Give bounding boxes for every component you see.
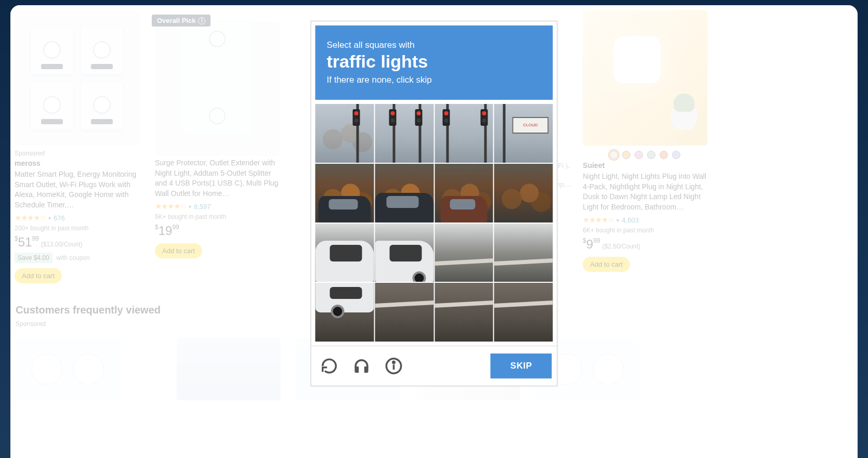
bought-label: 200+ bought in past month <box>15 225 144 232</box>
chevron-down-icon: ▾ <box>616 217 619 223</box>
captcha-tile-3-2[interactable] <box>435 283 493 342</box>
chevron-down-icon: ▾ <box>48 215 51 221</box>
captcha-tile-2-3[interactable] <box>494 224 553 282</box>
add-to-cart-button[interactable]: Add to cart <box>583 257 630 272</box>
captcha-tile-3-0[interactable] <box>315 283 374 342</box>
brand: Suieet <box>583 161 707 169</box>
product-card-4: Suieet Night Light, Night Lights Plug in… <box>583 10 707 283</box>
product-title[interactable]: Matter Smart Plug, Energy Monitoring Sma… <box>15 169 144 210</box>
captcha-tile-1-1[interactable] <box>375 164 433 223</box>
rating-count: 4,603 <box>622 216 639 224</box>
captcha-instruction: Select all squares with <box>327 40 542 50</box>
captcha-tile-3-1[interactable] <box>375 283 433 342</box>
rating[interactable]: ★★★★☆ ▾ 8,597 <box>155 202 280 211</box>
headphones-icon[interactable] <box>353 357 371 375</box>
swatch[interactable] <box>660 151 668 159</box>
product-title[interactable]: Surge Protector, Outlet Extender with Ni… <box>155 158 280 199</box>
captcha-grid: CLOUD <box>315 104 553 342</box>
bought-label: 6K+ bought in past month <box>583 227 707 234</box>
rating[interactable]: ★★★★☆ ▾ 4,603 <box>583 215 707 225</box>
captcha-dialog: Select all squares with traffic lights I… <box>311 21 558 386</box>
bought-label: 5K+ bought in past month <box>155 213 280 220</box>
info-icon[interactable] <box>385 357 403 375</box>
captcha-tile-1-2[interactable] <box>435 164 493 223</box>
captcha-header: Select all squares with traffic lights I… <box>315 25 553 100</box>
reload-icon[interactable] <box>321 357 338 375</box>
swatch[interactable] <box>610 151 618 159</box>
captcha-subinstruction: If there are none, click skip <box>327 75 542 85</box>
captcha-tile-1-0[interactable] <box>315 164 374 223</box>
brand: meross <box>15 159 144 167</box>
skip-button[interactable]: SKIP <box>491 354 552 378</box>
freq-item[interactable] <box>16 338 120 400</box>
captcha-tile-2-0[interactable] <box>315 224 374 282</box>
swatch[interactable] <box>635 151 643 159</box>
price: $5199 ($13.00/Count) <box>15 235 144 250</box>
swatch[interactable] <box>647 151 655 159</box>
coupon-badge: Save $4.00 <box>15 253 52 263</box>
color-swatches <box>583 151 707 159</box>
page-frame: Sponsored meross Matter Smart Plug, Ener… <box>10 5 858 458</box>
captcha-tile-0-2[interactable] <box>435 104 493 163</box>
rating[interactable]: ★★★★☆ ▾ 676 <box>15 213 144 223</box>
chevron-down-icon: ▾ <box>189 204 191 210</box>
sponsored-label: Sponsored <box>15 150 144 157</box>
product-card-2: Overall Pick i Surge Protector, Outlet E… <box>155 10 280 283</box>
freq-item[interactable] <box>177 338 281 400</box>
product-image[interactable] <box>15 10 139 146</box>
rating-count: 676 <box>54 214 65 222</box>
captcha-tile-0-0[interactable] <box>315 104 374 163</box>
add-to-cart-button[interactable]: Add to cart <box>15 268 62 283</box>
captcha-tile-0-3[interactable]: CLOUD <box>494 104 553 163</box>
svg-point-2 <box>393 361 394 363</box>
add-to-cart-button[interactable]: Add to cart <box>155 243 202 258</box>
product-image[interactable] <box>155 21 280 156</box>
swatch[interactable] <box>622 151 630 159</box>
captcha-tile-2-2[interactable] <box>435 224 493 282</box>
captcha-target: traffic lights <box>327 51 542 72</box>
product-card-1: Sponsored meross Matter Smart Plug, Ener… <box>15 10 144 283</box>
star-icon: ★★★★☆ <box>15 213 46 223</box>
price: $999 ($2.50/Count) <box>583 237 707 252</box>
price: $1999 <box>155 224 280 238</box>
captcha-tile-1-3[interactable] <box>494 164 553 223</box>
captcha-footer: SKIP <box>311 346 557 386</box>
rating-count: 8,597 <box>194 203 211 211</box>
star-icon: ★★★★☆ <box>155 202 186 211</box>
product-image[interactable] <box>583 10 707 146</box>
captcha-tile-0-1[interactable] <box>375 104 433 163</box>
product-title[interactable]: Night Light, Night Lights Plug into Wall… <box>583 172 707 212</box>
overall-pick-badge: Overall Pick i <box>152 15 211 27</box>
captcha-tile-3-3[interactable] <box>494 283 553 342</box>
star-icon: ★★★★☆ <box>583 215 614 225</box>
captcha-tile-2-1[interactable] <box>375 224 433 282</box>
info-icon[interactable]: i <box>198 17 205 24</box>
swatch[interactable] <box>672 151 680 159</box>
